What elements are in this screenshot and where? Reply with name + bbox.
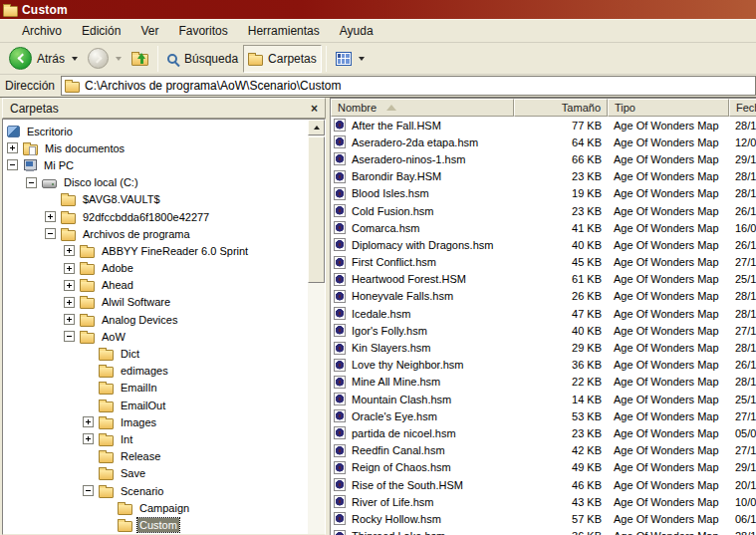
views-dropdown-icon[interactable] <box>359 57 365 61</box>
collapse-icon[interactable] <box>7 159 18 170</box>
tree-item-edimages[interactable]: edimages <box>3 363 308 380</box>
expand-icon[interactable] <box>83 433 94 444</box>
file-row[interactable]: Diplomacy with Dragons.hsm40 KBAge Of Wo… <box>331 236 756 253</box>
file-type: Age Of Wonders Map <box>608 342 729 354</box>
file-row[interactable]: Oracle's Eye.hsm53 KBAge Of Wonders Map2… <box>331 407 756 424</box>
column-header-nombre[interactable]: Nombre <box>331 99 514 117</box>
tree-item-custom[interactable]: Custom <box>3 516 308 533</box>
tree-item-emailout[interactable]: EmailOut <box>3 397 308 413</box>
file-row[interactable]: Icedale.hsm47 KBAge Of Wonders Map28/1 <box>331 305 756 322</box>
menu-item-edici-n[interactable]: Edición <box>72 21 130 41</box>
close-icon[interactable]: × <box>311 104 318 114</box>
file-row[interactable]: Rise of the South.HSM46 KBAge Of Wonders… <box>331 476 756 493</box>
file-row[interactable]: Reedfin Canal.hsm42 KBAge Of Wonders Map… <box>331 442 756 459</box>
back-button[interactable]: Atrás <box>4 45 83 73</box>
file-size: 57 KB <box>514 513 608 525</box>
tree-item-scenario[interactable]: Scenario <box>3 482 308 499</box>
file-size: 66 KB <box>514 153 608 165</box>
address-input[interactable]: C:\Archivos de programa\AoW\Scenario\Cus… <box>61 76 756 96</box>
folders-button[interactable]: Carpetas <box>243 45 322 73</box>
tree-item-dict[interactable]: Dict <box>3 345 308 362</box>
expand-icon[interactable] <box>64 297 75 308</box>
file-row[interactable]: River of Life.hsm43 KBAge Of Wonders Map… <box>331 493 756 510</box>
tree-item-aow[interactable]: AoW <box>3 328 308 345</box>
file-row[interactable]: Reign of Chaos.hsm49 KBAge Of Wonders Ma… <box>331 459 756 476</box>
expand-icon[interactable] <box>45 211 56 222</box>
collapse-icon[interactable] <box>45 228 56 239</box>
file-type: Age Of Wonders Map <box>608 239 729 251</box>
folder-icon <box>118 521 132 532</box>
tree-item-campaign[interactable]: Campaign <box>3 499 308 516</box>
tree-item-save[interactable]: Save <box>3 465 308 482</box>
tree-item-release[interactable]: Release <box>3 448 308 465</box>
file-row[interactable]: Blood Isles.hsm19 KBAge Of Wonders Map28… <box>331 185 756 202</box>
menu-item-favoritos[interactable]: Favoritos <box>168 21 237 41</box>
expand-icon[interactable] <box>64 245 75 256</box>
forward-dropdown-icon[interactable] <box>116 57 122 61</box>
tree-item-adobe[interactable]: Adobe <box>3 260 308 277</box>
file-row[interactable]: Barondir Bay.HSM23 KBAge Of Wonders Map2… <box>331 168 756 185</box>
tree-item-int[interactable]: Int <box>3 430 308 447</box>
collapse-icon[interactable] <box>64 331 75 342</box>
search-icon <box>167 54 177 64</box>
menu-item-ayuda[interactable]: Ayuda <box>330 21 383 41</box>
up-button[interactable] <box>126 45 153 73</box>
expand-icon[interactable] <box>64 314 75 325</box>
column-header-tipo[interactable]: Tipo <box>608 99 729 117</box>
tree-item-ahead[interactable]: Ahead <box>3 277 308 294</box>
file-row[interactable]: Thinreed Lake.hsm36 KBAge Of Wonders Map… <box>331 528 756 535</box>
tree-item-emailin[interactable]: EmailIn <box>3 380 308 397</box>
tree-item-mis-documentos[interactable]: Mis documentos <box>3 139 308 156</box>
file-row[interactable]: Aseradero-ninos-1.hsm66 KBAge Of Wonders… <box>331 150 756 167</box>
file-row[interactable]: Mine All Mine.hsm22 KBAge Of Wonders Map… <box>331 374 756 391</box>
tree-item-analog-devices[interactable]: Analog Devices <box>3 311 308 328</box>
tree-scrollbar[interactable] <box>308 120 325 534</box>
scroll-up-button[interactable] <box>308 120 325 135</box>
file-row[interactable]: partida de nicoel.hsm23 KBAge Of Wonders… <box>331 424 756 441</box>
expand-icon[interactable] <box>7 142 18 153</box>
tree-item-avg8-vault[interactable]: $AVG8.VAULT$ <box>3 191 308 208</box>
file-row[interactable]: Igor's Folly.hsm40 KBAge Of Wonders Map2… <box>331 322 756 339</box>
collapse-icon[interactable] <box>83 485 94 496</box>
tree-item-92dfccbdda6f1800e42277[interactable]: 92dfccbdda6f1800e42277 <box>3 208 308 225</box>
search-button[interactable]: Búsqueda <box>162 45 243 73</box>
map-file-icon <box>334 530 346 535</box>
file-row[interactable]: Honeyvale Falls.hsm26 KBAge Of Wonders M… <box>331 288 756 305</box>
column-header-fech[interactable]: Fech <box>729 99 756 117</box>
file-size: 77 KB <box>514 120 608 132</box>
file-row[interactable]: After the Fall.HSM77 KBAge Of Wonders Ma… <box>331 117 756 134</box>
views-button[interactable] <box>331 45 370 73</box>
menu-item-ver[interactable]: Ver <box>130 21 168 41</box>
map-file-icon <box>334 393 346 405</box>
forward-button[interactable] <box>83 45 126 73</box>
file-row[interactable]: Love thy Neighbor.hsm36 KBAge Of Wonders… <box>331 357 756 374</box>
docs-icon <box>23 144 38 155</box>
expand-icon[interactable] <box>64 280 75 291</box>
collapse-icon[interactable] <box>26 177 37 188</box>
tree-item-images[interactable]: Images <box>3 413 308 430</box>
tree-item-escritorio[interactable]: Escritorio <box>3 123 308 139</box>
tree-item-archivos-de-programa[interactable]: Archivos de programa <box>3 225 308 242</box>
tree-item-disco-local-c[interactable]: Disco local (C:) <box>3 174 308 191</box>
tree-item-mi-pc[interactable]: Mi PC <box>3 156 308 173</box>
column-header-tama-o[interactable]: Tamaño <box>514 99 608 117</box>
expand-icon[interactable] <box>83 416 94 427</box>
back-dropdown-icon[interactable] <box>72 57 78 61</box>
expand-icon[interactable] <box>64 263 75 274</box>
file-row[interactable]: Kin Slayers.hsm29 KBAge Of Wonders Map28… <box>331 339 756 356</box>
file-row[interactable]: Comarca.hsm41 KBAge Of Wonders Map16/0 <box>331 219 756 236</box>
tree-item-alwil-software[interactable]: Alwil Software <box>3 294 308 311</box>
file-row[interactable]: Mountain Clash.hsm14 KBAge Of Wonders Ma… <box>331 391 756 407</box>
file-row[interactable]: Heartwood Forest.HSM61 KBAge Of Wonders … <box>331 271 756 288</box>
menu-item-archivo[interactable]: Archivo <box>12 21 72 41</box>
file-row[interactable]: First Conflict.hsm45 KBAge Of Wonders Ma… <box>331 254 756 271</box>
tree-item-item[interactable] <box>3 534 308 535</box>
file-row[interactable]: Aseradero-2da etapa.hsm64 KBAge Of Wonde… <box>331 134 756 150</box>
file-row[interactable]: Rocky Hollow.hsm57 KBAge Of Wonders Map0… <box>331 510 756 527</box>
file-size: 23 KB <box>514 427 608 439</box>
titlebar: Custom <box>0 0 756 19</box>
file-row[interactable]: Cold Fusion.hsm23 KBAge Of Wonders Map26… <box>331 202 756 219</box>
tree-item-abbyy-finereader-6-0-sprint[interactable]: ABBYY FineReader 6.0 Sprint <box>3 242 308 259</box>
menu-item-herramientas[interactable]: Herramientas <box>238 21 330 41</box>
scroll-thumb[interactable] <box>308 136 325 283</box>
